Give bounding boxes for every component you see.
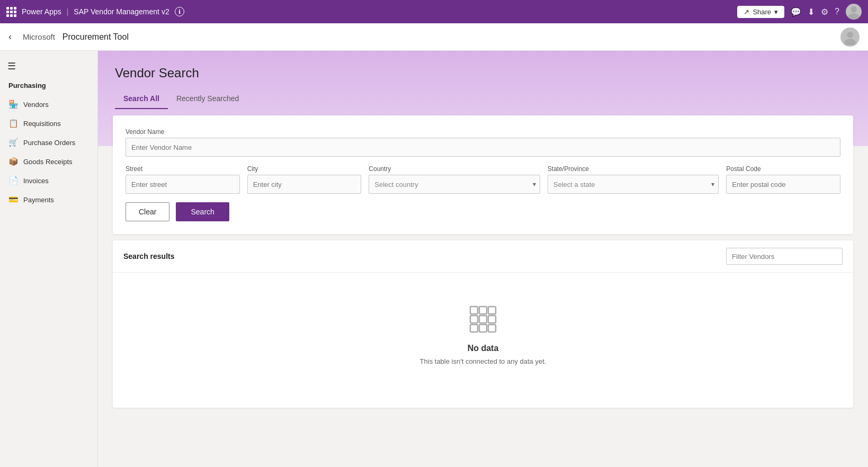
city-label: City xyxy=(247,165,362,173)
sidebar-item-purchase-orders[interactable]: 🛒 Purchase Orders xyxy=(0,133,97,152)
street-label: Street xyxy=(126,165,240,173)
sidebar: ☰ Purchasing 🏪 Vendors 📋 Requisitions 🛒 … xyxy=(0,51,98,467)
state-select-wrap: Select a state ▾ xyxy=(548,175,719,194)
svg-rect-6 xyxy=(488,307,496,314)
vendor-name-input[interactable] xyxy=(126,138,840,157)
help-icon[interactable]: ? xyxy=(835,7,839,16)
main-layout: ☰ Purchasing 🏪 Vendors 📋 Requisitions 🛒 … xyxy=(0,51,868,467)
btn-row: Clear Search xyxy=(126,202,840,221)
back-button[interactable]: ‹ xyxy=(8,31,12,42)
page-header: Vendor Search xyxy=(98,51,868,89)
no-data-title: No data xyxy=(468,344,499,353)
chevron-down-icon: ▾ xyxy=(774,8,778,16)
street-input[interactable] xyxy=(126,175,240,194)
user-avatar[interactable] xyxy=(846,4,862,20)
address-row: Street City Country Select country ▾ xyxy=(126,165,840,194)
sidebar-item-goods-receipts[interactable]: 📦 Goods Receipts xyxy=(0,152,97,171)
sidebar-section-purchasing: Purchasing xyxy=(0,78,97,93)
top-bar-left: Power Apps | SAP Vendor Management v2 ℹ xyxy=(6,7,184,17)
svg-rect-11 xyxy=(479,325,487,332)
postal-field: Postal Code xyxy=(726,165,840,194)
sidebar-item-label-purchase-orders: Purchase Orders xyxy=(23,139,75,147)
state-select[interactable]: Select a state xyxy=(548,175,719,194)
no-data-grid-icon xyxy=(468,304,498,336)
country-select[interactable]: Select country xyxy=(369,175,540,194)
tab-search-all-label: Search All xyxy=(123,94,159,103)
results-title: Search results xyxy=(123,252,175,261)
state-field: State/Province Select a state ▾ xyxy=(548,165,719,194)
top-bar-right: ↗ Share ▾ 💬 ⬇ ⚙ ? xyxy=(737,4,862,20)
sidebar-item-label-requisitions: Requisitions xyxy=(23,120,61,128)
svg-point-0 xyxy=(851,6,857,13)
requisitions-icon: 📋 xyxy=(8,119,18,128)
main-content: Vendor Search Search All Recently Search… xyxy=(98,51,868,467)
city-field: City xyxy=(247,165,362,194)
header-user-avatar[interactable] xyxy=(840,28,860,47)
app-name: Power Apps xyxy=(22,7,61,16)
search-card: Vendor Name Street City Country xyxy=(113,115,853,234)
settings-icon[interactable]: ⚙ xyxy=(821,7,828,17)
tab-recently-searched-label: Recently Searched xyxy=(176,94,239,103)
filter-vendors-input[interactable] xyxy=(726,248,843,265)
svg-point-2 xyxy=(847,32,853,38)
purchase-orders-icon: 🛒 xyxy=(8,138,18,147)
svg-rect-9 xyxy=(488,316,496,323)
separator: | xyxy=(67,7,69,16)
svg-point-3 xyxy=(844,39,856,45)
svg-rect-5 xyxy=(479,307,487,314)
tabs-bar: Search All Recently Searched xyxy=(98,89,868,109)
no-data-area: No data This table isn't connected to an… xyxy=(113,273,853,408)
results-header: Search results xyxy=(113,240,853,273)
app-header: ‹ Microsoft Procurement Tool xyxy=(0,23,868,51)
svg-rect-12 xyxy=(488,325,496,332)
app-title: Procurement Tool xyxy=(62,32,129,42)
hamburger-icon[interactable]: ☰ xyxy=(0,57,97,78)
postal-input[interactable] xyxy=(726,175,840,194)
sidebar-item-label-goods-receipts: Goods Receipts xyxy=(23,158,73,166)
sidebar-item-label-payments: Payments xyxy=(23,196,54,204)
svg-rect-4 xyxy=(470,307,478,314)
goods-receipts-icon: 📦 xyxy=(8,157,18,166)
tab-recently-searched[interactable]: Recently Searched xyxy=(168,89,247,109)
clear-button[interactable]: Clear xyxy=(126,202,169,221)
sidebar-item-label-vendors: Vendors xyxy=(23,101,49,109)
share-button[interactable]: ↗ Share ▾ xyxy=(737,6,784,18)
invoices-icon: 📄 xyxy=(8,176,18,185)
app-header-right xyxy=(840,28,860,47)
postal-label: Postal Code xyxy=(726,165,840,173)
top-bar: Power Apps | SAP Vendor Management v2 ℹ … xyxy=(0,0,868,23)
share-label: Share xyxy=(753,8,771,16)
svg-rect-7 xyxy=(470,316,478,323)
svg-rect-10 xyxy=(470,325,478,332)
sidebar-item-payments[interactable]: 💳 Payments xyxy=(0,190,97,209)
svg-rect-8 xyxy=(479,316,487,323)
country-select-wrap: Select country ▾ xyxy=(369,175,540,194)
city-input[interactable] xyxy=(247,175,362,194)
comments-icon[interactable]: 💬 xyxy=(791,7,801,17)
sidebar-item-vendors[interactable]: 🏪 Vendors xyxy=(0,95,97,114)
results-section: Search results xyxy=(113,240,853,408)
vendors-icon: 🏪 xyxy=(8,100,18,109)
sidebar-item-requisitions[interactable]: 📋 Requisitions xyxy=(0,114,97,133)
apps-grid-icon[interactable] xyxy=(6,7,16,17)
sidebar-item-label-invoices: Invoices xyxy=(23,177,49,185)
svg-point-1 xyxy=(848,13,860,20)
payments-icon: 💳 xyxy=(8,195,18,204)
vendor-name-row: Vendor Name xyxy=(126,128,840,157)
sidebar-item-invoices[interactable]: 📄 Invoices xyxy=(0,171,97,190)
page-title: Vendor Search xyxy=(115,66,851,80)
ms-brand: Microsoft xyxy=(23,32,55,41)
search-button[interactable]: Search xyxy=(176,202,229,221)
tab-search-all[interactable]: Search All xyxy=(115,89,168,109)
country-field: Country Select country ▾ xyxy=(369,165,540,194)
app-header-left: ‹ Microsoft Procurement Tool xyxy=(8,31,129,42)
download-icon[interactable]: ⬇ xyxy=(808,7,815,17)
vendor-name-label: Vendor Name xyxy=(126,128,840,136)
no-data-subtitle: This table isn't connected to any data y… xyxy=(420,357,547,365)
country-label: Country xyxy=(369,165,540,173)
state-label: State/Province xyxy=(548,165,719,173)
microsoft-logo xyxy=(17,37,17,37)
info-icon[interactable]: ℹ xyxy=(175,7,184,16)
project-name: SAP Vendor Management v2 xyxy=(74,7,169,16)
share-icon: ↗ xyxy=(744,8,749,16)
